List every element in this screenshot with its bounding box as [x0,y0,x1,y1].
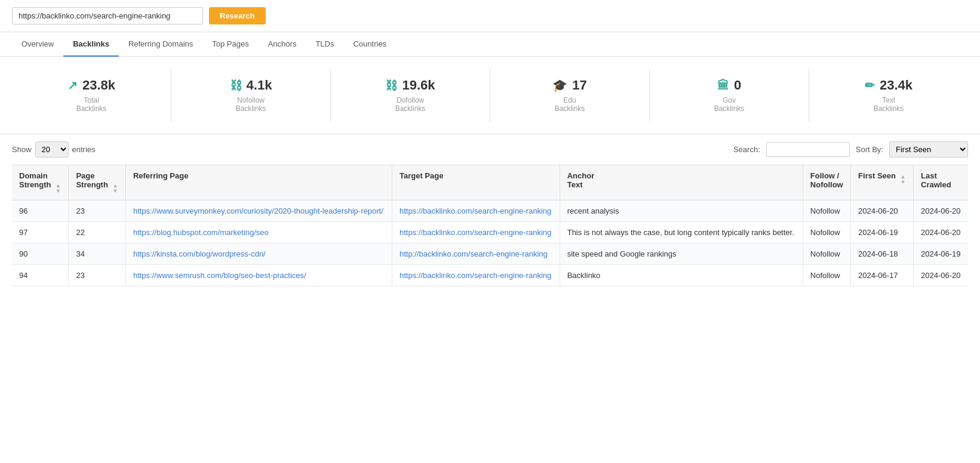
stat-label-5: TextBacklinks [815,96,962,113]
th-follow-nofollow: Follow /Nofollow [803,165,850,200]
stat-number-5: 23.4k [880,78,913,93]
referring-page-cell[interactable]: https://blog.hubspot.com/marketing/seo [125,222,392,243]
first-seen-cell: 2024-06-20 [851,200,914,222]
link[interactable]: https://backlinko.com/search-engine-rank… [400,271,551,280]
th-domain-strength[interactable]: DomainStrength ▲▼ [12,165,69,200]
referring-page-cell[interactable]: https://www.semrush.com/blog/seo-best-pr… [125,265,392,286]
th-last-crawled: LastCrawled [914,165,969,200]
domain-strength-cell: 96 [12,200,69,222]
tab-overview[interactable]: Overview [12,32,63,57]
stat-card-0: ↗ 23.8k TotalBacklinks [12,69,171,122]
stats-row: ↗ 23.8k TotalBacklinks ⛓ 4.1k NofollowBa… [0,57,980,134]
stat-number-1: 4.1k [247,78,272,93]
first-seen-cell: 2024-06-18 [851,243,914,265]
th-anchor-text: AnchorText [560,165,803,200]
stat-number-3: 17 [572,78,586,93]
last-crawled-cell: 2024-06-20 [914,222,969,243]
nav-tabs: OverviewBacklinksReferring DomainsTop Pa… [0,32,980,57]
research-button[interactable]: Research [209,7,266,24]
show-label: Show [12,145,32,154]
last-crawled-cell: 2024-06-20 [914,265,969,286]
page-strength-cell: 22 [69,222,125,243]
page-strength-cell: 23 [69,200,125,222]
stat-card-5: ✏ 23.4k TextBacklinks [809,69,968,122]
sort-select[interactable]: First SeenLast CrawledDomain StrengthPag… [889,141,968,158]
stat-label-3: EduBacklinks [496,96,643,113]
anchor-text-cell: recent analysis [560,200,803,222]
stat-value-5: ✏ 23.4k [815,78,962,93]
entries-label: entries [72,145,96,154]
stat-label-2: DofollowBacklinks [337,96,484,113]
tab-top-pages[interactable]: Top Pages [202,32,258,57]
link[interactable]: http://backlinko.com/search-engine-ranki… [400,249,548,258]
last-crawled-cell: 2024-06-20 [914,200,969,222]
follow-nofollow-cell: Nofollow [803,222,850,243]
stat-value-0: ↗ 23.8k [18,78,165,93]
link[interactable]: https://www.surveymonkey.com/curiosity/2… [133,206,383,215]
referring-page-cell[interactable]: https://kinsta.com/blog/wordpress-cdn/ [125,243,392,265]
stat-icon-3: 🎓 [552,78,567,92]
follow-nofollow-cell: Nofollow [803,265,850,286]
sort-by-label: Sort By: [856,145,883,154]
th-target-page: Target Page [392,165,560,200]
anchor-text-cell: site speed and Google rankings [560,243,803,265]
referring-page-cell[interactable]: https://www.surveymonkey.com/curiosity/2… [125,200,392,222]
th-page-strength[interactable]: PageStrength ▲▼ [69,165,125,200]
stat-label-1: NofollowBacklinks [177,96,324,113]
tab-tlds[interactable]: TLDs [306,32,343,57]
link[interactable]: https://backlinko.com/search-engine-rank… [400,206,551,215]
stat-value-2: ⛓ 19.6k [337,78,484,93]
backlinks-table: DomainStrength ▲▼PageStrength ▲▼Referrin… [12,165,968,286]
target-page-cell[interactable]: https://backlinko.com/search-engine-rank… [392,265,560,286]
table-row: 9034https://kinsta.com/blog/wordpress-cd… [12,243,968,265]
search-label: Search: [733,145,760,154]
stat-icon-2: ⛓ [385,79,397,92]
search-input[interactable] [766,142,850,157]
stat-icon-1: ⛓ [230,79,242,92]
table-head: DomainStrength ▲▼PageStrength ▲▼Referrin… [12,165,968,200]
page-strength-cell: 34 [69,243,125,265]
th-first-seen[interactable]: First Seen ▲▼ [851,165,914,200]
stat-number-2: 19.6k [402,78,435,93]
sort-arrows: ▲▼ [113,183,118,194]
tab-backlinks[interactable]: Backlinks [63,32,119,57]
header-row: DomainStrength ▲▼PageStrength ▲▼Referrin… [12,165,968,200]
stat-value-1: ⛓ 4.1k [177,78,324,93]
th-referring-page: Referring Page [125,165,392,200]
link[interactable]: https://blog.hubspot.com/marketing/seo [133,228,269,237]
target-page-cell[interactable]: https://backlinko.com/search-engine-rank… [392,200,560,222]
table-row: 9722https://blog.hubspot.com/marketing/s… [12,222,968,243]
stat-value-3: 🎓 17 [496,78,643,93]
url-input[interactable] [12,7,203,24]
stat-number-0: 23.8k [82,78,115,93]
target-page-cell[interactable]: http://backlinko.com/search-engine-ranki… [392,243,560,265]
stat-icon-5: ✏ [865,78,875,92]
table-row: 9623https://www.surveymonkey.com/curiosi… [12,200,968,222]
link[interactable]: https://backlinko.com/search-engine-rank… [400,228,551,237]
link[interactable]: https://www.semrush.com/blog/seo-best-pr… [133,271,306,280]
table-body: 9623https://www.surveymonkey.com/curiosi… [12,200,968,286]
tab-referring-domains[interactable]: Referring Domains [119,32,202,57]
target-page-cell[interactable]: https://backlinko.com/search-engine-rank… [392,222,560,243]
show-select[interactable]: 102050100 [35,141,69,158]
controls-right: Search: Sort By: First SeenLast CrawledD… [733,141,968,158]
anchor-text-cell: This is not always the case, but long co… [560,222,803,243]
top-bar: Research [0,0,980,32]
stat-icon-4: 🏛 [717,79,729,92]
page-strength-cell: 23 [69,265,125,286]
follow-nofollow-cell: Nofollow [803,200,850,222]
follow-nofollow-cell: Nofollow [803,243,850,265]
stat-value-4: 🏛 0 [656,78,803,93]
controls-left: Show 102050100 entries [12,141,96,158]
tab-anchors[interactable]: Anchors [259,32,306,57]
sort-arrows: ▲▼ [901,174,906,185]
stat-card-3: 🎓 17 EduBacklinks [490,69,650,122]
last-crawled-cell: 2024-06-19 [914,243,969,265]
stat-card-1: ⛓ 4.1k NofollowBacklinks [171,69,331,122]
first-seen-cell: 2024-06-19 [851,222,914,243]
link[interactable]: https://kinsta.com/blog/wordpress-cdn/ [133,249,266,258]
domain-strength-cell: 94 [12,265,69,286]
tab-countries[interactable]: Countries [343,32,396,57]
first-seen-cell: 2024-06-17 [851,265,914,286]
stat-card-2: ⛓ 19.6k DofollowBacklinks [331,69,490,122]
